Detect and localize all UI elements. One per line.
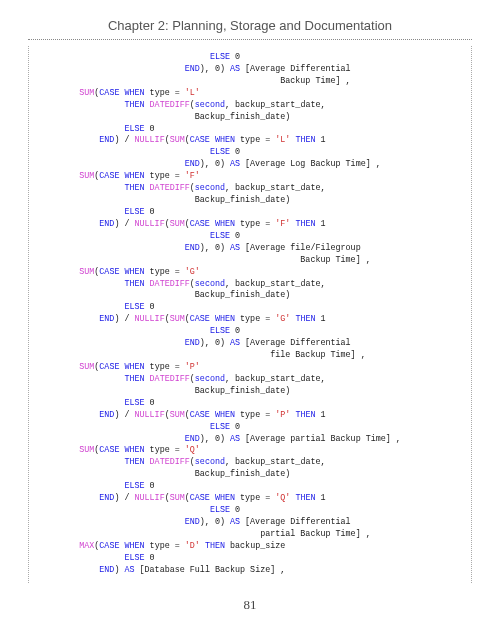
code-token: [39, 207, 124, 217]
code-token: SUM: [170, 314, 185, 324]
code-token: 1: [315, 410, 325, 420]
code-token: CASE: [99, 88, 119, 98]
code-token: [39, 219, 99, 229]
code-token: ELSE: [124, 481, 144, 491]
code-token: NULLIF: [135, 135, 165, 145]
code-token: 'L': [275, 135, 290, 145]
code-token: type =: [145, 267, 185, 277]
code-line: THEN DATEDIFF(second, backup_start_date,: [39, 457, 461, 469]
code-token: END: [99, 493, 114, 503]
code-token: [39, 159, 185, 169]
code-token: [Average Differential: [240, 517, 351, 527]
code-token: , backup_start_date,: [225, 183, 326, 193]
code-token: [39, 147, 210, 157]
code-token: END: [99, 410, 114, 420]
divider: [28, 39, 472, 40]
code-token: CASE: [190, 219, 210, 229]
code-line: file Backup Time] ,: [39, 350, 461, 362]
code-token: [39, 374, 124, 384]
code-token: 0: [145, 302, 155, 312]
code-token: END: [99, 219, 114, 229]
code-token: NULLIF: [135, 219, 165, 229]
code-token: second: [195, 100, 225, 110]
code-token: 0: [230, 422, 240, 432]
code-token: 'P': [275, 410, 290, 420]
code-token: ELSE: [210, 505, 230, 515]
code-token: [39, 88, 79, 98]
code-line: ELSE 0: [39, 147, 461, 159]
code-line: THEN DATEDIFF(second, backup_start_date,: [39, 374, 461, 386]
code-token: WHEN: [124, 541, 144, 551]
code-token: AS: [230, 243, 240, 253]
code-token: [39, 398, 124, 408]
code-token: Backup Time] ,: [39, 76, 351, 86]
code-token: ) /: [114, 135, 134, 145]
code-token: 0: [230, 231, 240, 241]
code-line: Backup_finish_date): [39, 112, 461, 124]
code-line: ELSE 0: [39, 302, 461, 314]
code-token: ELSE: [124, 207, 144, 217]
code-token: ), 0): [200, 338, 230, 348]
code-token: [39, 422, 210, 432]
code-line: END), 0) AS [Average partial Backup Time…: [39, 434, 461, 446]
code-token: type =: [235, 493, 275, 503]
code-line: SUM(CASE WHEN type = 'G': [39, 267, 461, 279]
code-token: WHEN: [124, 171, 144, 181]
code-token: [39, 52, 210, 62]
code-line: END), 0) AS [Average Log Backup Time] ,: [39, 159, 461, 171]
code-token: [39, 457, 124, 467]
code-line: END), 0) AS [Average Differential: [39, 64, 461, 76]
code-token: END: [185, 243, 200, 253]
code-line: partial Backup Time] ,: [39, 529, 461, 541]
code-token: [39, 493, 99, 503]
code-token: 0: [230, 326, 240, 336]
code-token: 0: [230, 52, 240, 62]
code-token: SUM: [79, 171, 94, 181]
code-token: CASE: [99, 541, 119, 551]
code-token: AS: [230, 338, 240, 348]
code-token: type =: [145, 541, 185, 551]
code-line: END) AS [Database Full Backup Size] ,: [39, 565, 461, 577]
code-token: AS: [230, 64, 240, 74]
code-token: CASE: [99, 267, 119, 277]
code-line: ELSE 0: [39, 481, 461, 493]
code-token: END: [185, 159, 200, 169]
code-token: END: [185, 517, 200, 527]
code-token: SUM: [79, 362, 94, 372]
code-token: [39, 100, 124, 110]
code-line: END) / NULLIF(SUM(CASE WHEN type = 'P' T…: [39, 410, 461, 422]
code-token: 1: [315, 135, 325, 145]
code-token: THEN: [295, 410, 315, 420]
code-line: THEN DATEDIFF(second, backup_start_date,: [39, 100, 461, 112]
code-token: [39, 326, 210, 336]
code-token: END: [99, 135, 114, 145]
code-token: CASE: [190, 410, 210, 420]
code-token: 'F': [275, 219, 290, 229]
code-token: 'G': [275, 314, 290, 324]
code-token: 'L': [185, 88, 200, 98]
code-token: [39, 434, 185, 444]
code-token: WHEN: [215, 219, 235, 229]
code-token: [39, 135, 99, 145]
code-token: THEN: [295, 219, 315, 229]
code-token: type =: [145, 88, 185, 98]
code-token: [39, 505, 210, 515]
code-token: [39, 410, 99, 420]
code-token: END: [185, 434, 200, 444]
code-token: ELSE: [210, 326, 230, 336]
page: Chapter 2: Planning, Storage and Documen…: [0, 0, 500, 613]
page-number: 81: [28, 597, 472, 613]
code-token: [39, 243, 185, 253]
code-listing: ELSE 0 END), 0) AS [Average Differential…: [28, 46, 472, 583]
code-line: Backup Time] ,: [39, 76, 461, 88]
code-token: ELSE: [210, 231, 230, 241]
code-token: MAX: [79, 541, 94, 551]
code-token: [Average partial Backup Time] ,: [240, 434, 401, 444]
code-token: SUM: [170, 410, 185, 420]
code-token: CASE: [99, 362, 119, 372]
code-token: THEN: [124, 100, 144, 110]
code-token: NULLIF: [135, 410, 165, 420]
code-token: DATEDIFF: [150, 183, 190, 193]
code-token: [39, 267, 79, 277]
code-token: [39, 183, 124, 193]
